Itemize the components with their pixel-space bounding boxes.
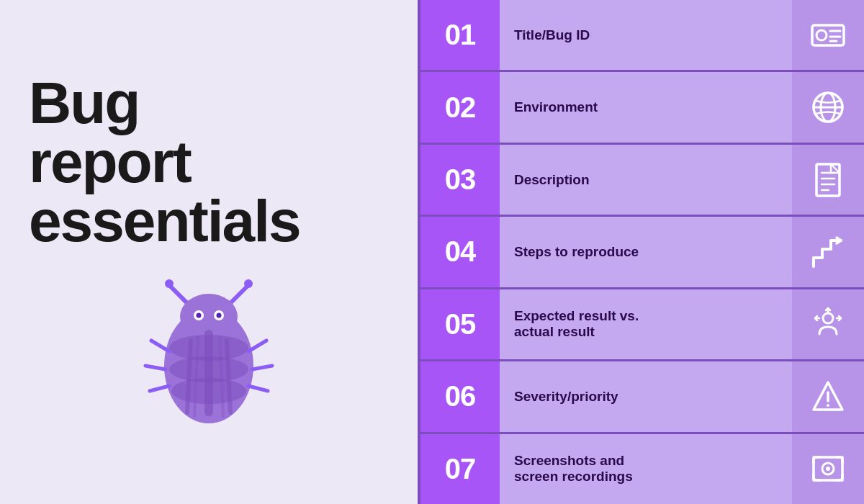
row-label-01: Title/Bug ID <box>500 0 792 70</box>
row-icon-camera <box>792 434 864 504</box>
row-label-06: Severity/priority <box>500 361 792 431</box>
row-number-01: 01 <box>420 0 500 70</box>
svg-point-23 <box>217 313 222 318</box>
row-05: 05 Expected result vs. actual result <box>420 289 864 361</box>
row-number-07: 07 <box>420 434 500 504</box>
row-icon-settings-person <box>792 289 864 359</box>
row-number-02: 02 <box>420 72 500 142</box>
row-label-02: Environment <box>500 72 792 142</box>
svg-point-42 <box>827 404 829 407</box>
row-icon-stairs <box>792 217 864 287</box>
bug-illustration <box>130 272 288 431</box>
row-04: 04 Steps to reproduce <box>420 217 864 289</box>
svg-point-37 <box>823 313 833 323</box>
main-title: Bugreportessentials <box>29 73 389 251</box>
svg-point-22 <box>197 313 202 318</box>
row-icon-id-card <box>792 0 864 70</box>
svg-line-18 <box>252 366 272 369</box>
left-panel: Bugreportessentials <box>0 0 418 504</box>
svg-line-19 <box>248 386 268 391</box>
row-07: 07 Screenshots and screen recordings <box>420 434 864 504</box>
svg-point-2 <box>165 279 174 288</box>
svg-point-3 <box>244 279 253 288</box>
svg-point-45 <box>826 467 830 471</box>
svg-point-25 <box>816 30 827 40</box>
svg-line-15 <box>145 366 166 369</box>
svg-line-17 <box>248 341 266 351</box>
row-label-05: Expected result vs. actual result <box>500 289 792 359</box>
row-label-03: Description <box>500 145 792 215</box>
row-number-06: 06 <box>420 361 500 431</box>
svg-rect-9 <box>204 330 213 416</box>
row-number-04: 04 <box>420 217 500 287</box>
row-label-04: Steps to reproduce <box>500 217 792 287</box>
row-06: 06 Severity/priority <box>420 361 864 433</box>
row-02: 02 Environment <box>420 72 864 144</box>
row-01: 01 Title/Bug ID <box>420 0 864 72</box>
row-number-03: 03 <box>420 145 500 215</box>
row-number-05: 05 <box>420 289 500 359</box>
row-icon-globe <box>792 72 864 142</box>
right-panel: 01 Title/Bug ID 02 Environment <box>418 0 864 504</box>
row-icon-document <box>792 145 864 215</box>
row-icon-warning <box>792 361 864 431</box>
svg-line-14 <box>151 341 169 351</box>
row-label-07: Screenshots and screen recordings <box>500 434 792 504</box>
row-03: 03 Description <box>420 145 864 217</box>
svg-line-16 <box>150 386 169 391</box>
